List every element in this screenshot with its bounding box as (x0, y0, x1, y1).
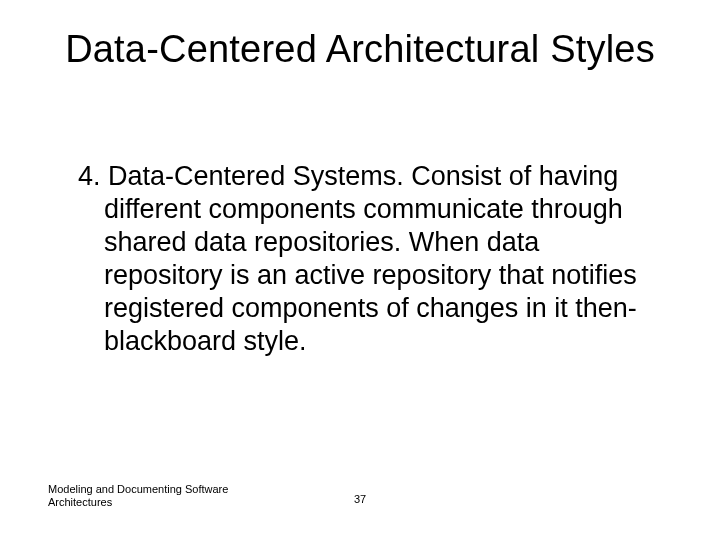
body-paragraph: 4. Data-Centered Systems. Consist of hav… (78, 160, 638, 358)
slide-body: 4. Data-Centered Systems. Consist of hav… (78, 160, 638, 358)
page-number: 37 (0, 493, 720, 505)
slide-title: Data-Centered Architectural Styles (0, 28, 720, 71)
list-number: 4. (78, 161, 101, 191)
body-text: Data-Centered Systems. Consist of having… (104, 161, 637, 356)
slide: Data-Centered Architectural Styles 4. Da… (0, 0, 720, 540)
